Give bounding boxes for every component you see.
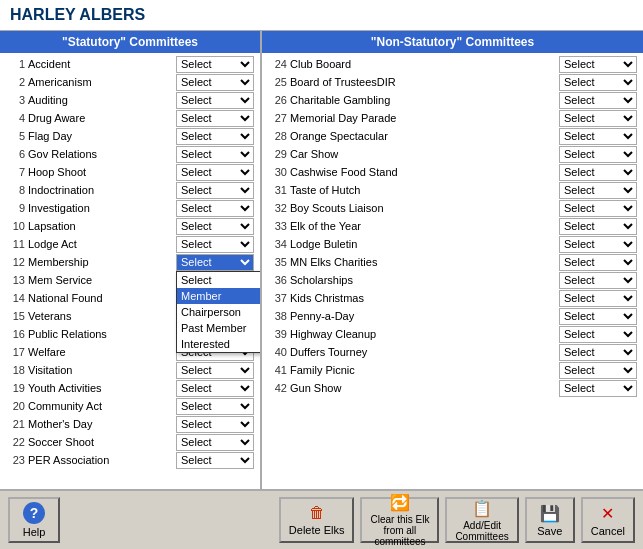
row-name: Gov Relations: [28, 148, 176, 160]
select-dropdown[interactable]: SelectMemberChairpersonPast MemberIntere…: [176, 218, 254, 235]
select-dropdown[interactable]: SelectMemberChairpersonPast MemberIntere…: [559, 182, 637, 199]
row-number: 41: [268, 364, 290, 376]
select-dropdown[interactable]: SelectMemberChairpersonPast MemberIntere…: [176, 452, 254, 469]
select-dropdown[interactable]: SelectMemberChairpersonPast MemberIntere…: [176, 128, 254, 145]
row-name: Penny-a-Day: [290, 310, 559, 322]
row-number: 28: [268, 130, 290, 142]
select-dropdown[interactable]: SelectMemberChairpersonPast MemberIntere…: [559, 362, 637, 379]
select-dropdown[interactable]: SelectMemberChairpersonPast MemberIntere…: [559, 146, 637, 163]
table-row: 8IndoctrinationSelectMemberChairpersonPa…: [4, 181, 256, 199]
row-name: Public Relations: [28, 328, 176, 340]
select-dropdown[interactable]: SelectMemberChairpersonPast MemberIntere…: [559, 74, 637, 91]
select-dropdown[interactable]: SelectMemberChairpersonPast MemberIntere…: [176, 110, 254, 127]
select-dropdown[interactable]: SelectMemberChairpersonPast MemberIntere…: [176, 200, 254, 217]
table-row: 32Boy Scouts LiaisonSelectMemberChairper…: [266, 199, 639, 217]
dropdown-option[interactable]: Member: [177, 288, 260, 304]
select-dropdown[interactable]: SelectMemberChairpersonPast MemberIntere…: [559, 236, 637, 253]
row-number: 15: [6, 310, 28, 322]
select-dropdown[interactable]: SelectMemberChairpersonPast MemberIntere…: [176, 146, 254, 163]
row-name: Club Booard: [290, 58, 559, 70]
row-name: Visitation: [28, 364, 176, 376]
select-dropdown[interactable]: SelectMemberChairpersonPast MemberIntere…: [176, 182, 254, 199]
dropdown-option[interactable]: Chairperson: [177, 304, 260, 320]
table-row: 20Community ActSelectMemberChairpersonPa…: [4, 397, 256, 415]
row-number: 26: [268, 94, 290, 106]
nonstatutory-section: "Non-Statutory" Committees 24Club Booard…: [262, 31, 643, 489]
row-number: 36: [268, 274, 290, 286]
select-dropdown[interactable]: SelectMemberChairpersonPast MemberIntere…: [559, 344, 637, 361]
dropdown-option[interactable]: Past Member: [177, 320, 260, 336]
table-row: 36ScholarshipsSelectMemberChairpersonPas…: [266, 271, 639, 289]
select-dropdown[interactable]: SelectMemberChairpersonPast MemberIntere…: [176, 380, 254, 397]
row-name: Cashwise Food Stand: [290, 166, 559, 178]
clear-button[interactable]: 🔁 Clear this Elk from all committees: [360, 497, 439, 543]
statutory-list: 1AccidentSelectMemberChairpersonPast Mem…: [0, 53, 260, 489]
table-row: 4Drug AwareSelectMemberChairpersonPast M…: [4, 109, 256, 127]
dropdown-option[interactable]: Interested: [177, 336, 260, 352]
select-dropdown[interactable]: SelectMemberChairpersonPast MemberIntere…: [176, 398, 254, 415]
delete-elks-button[interactable]: 🗑 Delete Elks: [279, 497, 355, 543]
row-name: Orange Spectacular: [290, 130, 559, 142]
dropdown-option[interactable]: Select: [177, 272, 260, 288]
select-dropdown[interactable]: SelectMemberChairpersonPast MemberIntere…: [559, 200, 637, 217]
table-row: 12MembershipSelectMemberChairpersonPast …: [4, 253, 256, 271]
select-dropdown[interactable]: SelectMemberChairpersonPast MemberIntere…: [559, 272, 637, 289]
select-dropdown[interactable]: SelectMemberChairpersonPast MemberIntere…: [559, 56, 637, 73]
open-dropdown-container[interactable]: SelectMemberChairpersonPast MemberIntere…: [176, 254, 254, 271]
clear-icon: 🔁: [390, 493, 410, 512]
row-name: Duffers Tourney: [290, 346, 559, 358]
save-button[interactable]: 💾 Save: [525, 497, 575, 543]
row-name: National Found: [28, 292, 176, 304]
select-dropdown[interactable]: SelectMemberChairpersonPast MemberIntere…: [176, 92, 254, 109]
committees-wrapper: "Statutory" Committees 1AccidentSelectMe…: [0, 31, 643, 489]
table-row: 33Elk of the YearSelectMemberChairperson…: [266, 217, 639, 235]
select-dropdown[interactable]: SelectMemberChairpersonPast MemberIntere…: [176, 416, 254, 433]
row-number: 22: [6, 436, 28, 448]
select-dropdown[interactable]: SelectMemberChairpersonPast MemberIntere…: [559, 218, 637, 235]
row-number: 31: [268, 184, 290, 196]
select-dropdown[interactable]: SelectMemberChairpersonPast MemberIntere…: [559, 290, 637, 307]
select-dropdown[interactable]: SelectMemberChairpersonPast MemberIntere…: [176, 236, 254, 253]
table-row: 25Board of TrusteesDIRSelectMemberChairp…: [266, 73, 639, 91]
nonstatutory-list: 24Club BooardSelectMemberChairpersonPast…: [262, 53, 643, 489]
select-dropdown[interactable]: SelectMemberChairpersonPast MemberIntere…: [559, 110, 637, 127]
select-dropdown[interactable]: SelectMemberChairpersonPast MemberIntere…: [176, 56, 254, 73]
row-name: Hoop Shoot: [28, 166, 176, 178]
select-dropdown[interactable]: SelectMemberChairpersonPast MemberIntere…: [176, 254, 254, 271]
table-row: 21Mother's DaySelectMemberChairpersonPas…: [4, 415, 256, 433]
table-row: 23PER AssociationSelectMemberChairperson…: [4, 451, 256, 469]
select-dropdown[interactable]: SelectMemberChairpersonPast MemberIntere…: [559, 254, 637, 271]
table-row: 9InvestigationSelectMemberChairpersonPas…: [4, 199, 256, 217]
table-row: 5Flag DaySelectMemberChairpersonPast Mem…: [4, 127, 256, 145]
select-dropdown[interactable]: SelectMemberChairpersonPast MemberIntere…: [559, 92, 637, 109]
select-dropdown[interactable]: SelectMemberChairpersonPast MemberIntere…: [559, 308, 637, 325]
row-name: Scholarships: [290, 274, 559, 286]
select-dropdown[interactable]: SelectMemberChairpersonPast MemberIntere…: [559, 128, 637, 145]
delete-icon: 🗑: [309, 504, 325, 522]
add-edit-button[interactable]: 📋 Add/Edit Committees: [445, 497, 518, 543]
row-number: 7: [6, 166, 28, 178]
row-number: 40: [268, 346, 290, 358]
row-name: Elk of the Year: [290, 220, 559, 232]
select-dropdown[interactable]: SelectMemberChairpersonPast MemberIntere…: [176, 434, 254, 451]
row-name: Youth Activities: [28, 382, 176, 394]
row-name: Lapsation: [28, 220, 176, 232]
help-button[interactable]: ? Help: [8, 497, 60, 543]
select-dropdown[interactable]: SelectMemberChairpersonPast MemberIntere…: [559, 326, 637, 343]
select-dropdown[interactable]: SelectMemberChairpersonPast MemberIntere…: [559, 380, 637, 397]
row-number: 8: [6, 184, 28, 196]
row-number: 13: [6, 274, 28, 286]
select-dropdown[interactable]: SelectMemberChairpersonPast MemberIntere…: [176, 164, 254, 181]
cancel-button[interactable]: ✕ Cancel: [581, 497, 635, 543]
row-number: 20: [6, 400, 28, 412]
select-dropdown[interactable]: SelectMemberChairpersonPast MemberIntere…: [176, 362, 254, 379]
row-number: 5: [6, 130, 28, 142]
select-dropdown[interactable]: SelectMemberChairpersonPast MemberIntere…: [559, 164, 637, 181]
row-name: Family Picnic: [290, 364, 559, 376]
row-name: Kids Christmas: [290, 292, 559, 304]
table-row: 30Cashwise Food StandSelectMemberChairpe…: [266, 163, 639, 181]
row-name: Welfare: [28, 346, 176, 358]
add-edit-label: Add/Edit Committees: [455, 520, 508, 542]
row-name: Accident: [28, 58, 176, 70]
select-dropdown[interactable]: SelectMemberChairpersonPast MemberIntere…: [176, 74, 254, 91]
